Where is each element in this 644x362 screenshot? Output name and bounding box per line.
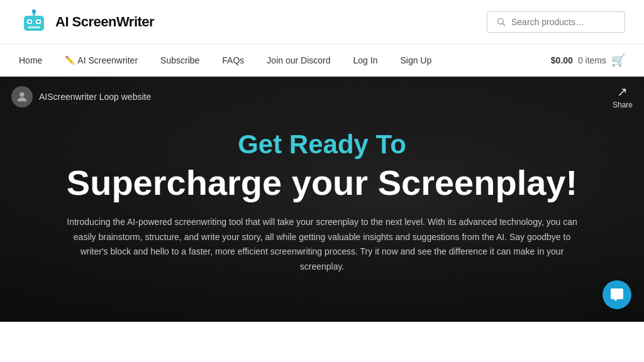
cart-count: 0 items [578,55,606,65]
hero-description: Introducing the AI-powered screenwriting… [64,215,580,275]
svg-rect-4 [37,21,40,23]
pencil-icon: ✏️ [65,55,75,65]
main-nav: Home ✏️ AI Screenwriter Subscribe FAQs J… [0,44,644,77]
share-button[interactable]: ↗ Share [613,84,633,109]
svg-rect-0 [24,16,44,31]
logo-text: AI ScreenWriter [55,14,154,30]
hero-content: Get Ready To Supercharge your Screenplay… [32,129,612,275]
search-input[interactable] [511,17,616,27]
avatar-icon [15,90,29,104]
hero-subtitle: Get Ready To [32,129,612,160]
svg-line-9 [502,23,505,26]
nav-home[interactable]: Home [19,44,53,77]
hero-channel: AIScreenwriter Loop website [11,86,151,107]
nav-ai-screenwriter[interactable]: ✏️ AI Screenwriter [53,44,149,77]
logo-link[interactable]: AI ScreenWriter [19,7,154,37]
svg-rect-5 [28,26,40,28]
search-icon [496,17,506,27]
share-icon: ↗ [617,84,628,99]
cart-icon: 🛒 [611,53,625,67]
svg-point-7 [32,9,36,13]
nav-faqs[interactable]: FAQs [211,44,255,77]
hero-top-bar: AIScreenwriter Loop website ↗ Share [0,77,644,117]
search-box[interactable] [487,11,625,33]
cart-price: $0.00 [551,55,573,65]
site-header: AI ScreenWriter [0,0,644,44]
nav-signup[interactable]: Sign Up [389,44,443,77]
logo-icon [19,7,49,37]
share-label: Share [613,101,633,109]
chat-bubble-button[interactable] [602,280,631,309]
cart-area[interactable]: $0.00 0 items 🛒 [551,53,625,67]
nav-discord[interactable]: Join our Discord [255,44,341,77]
avatar [11,86,33,107]
hero-title: Supercharge your Screenplay! [32,163,612,202]
svg-point-10 [19,92,24,97]
channel-name: AIScreenwriter Loop website [39,92,151,102]
nav-subscribe[interactable]: Subscribe [149,44,211,77]
svg-rect-3 [28,21,31,23]
chat-icon [609,287,625,302]
nav-login[interactable]: Log In [342,44,389,77]
hero-section: AIScreenwriter Loop website ↗ Share Get … [0,77,644,322]
